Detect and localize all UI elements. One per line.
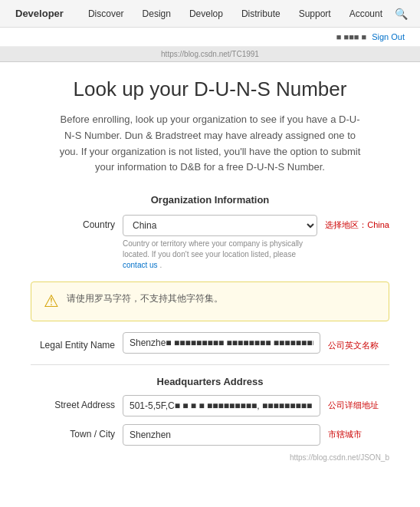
legal-entity-input[interactable] — [123, 332, 320, 354]
city-label: Town / City — [31, 424, 115, 440]
hq-section-title: Headquarters Address — [31, 364, 389, 387]
brand-name: Developer — [15, 8, 64, 19]
org-info-section-title: Organization Information — [31, 194, 389, 206]
city-input[interactable] — [123, 424, 320, 446]
legal-entity-row: Legal Entity Name 公司英文名称 — [31, 332, 389, 354]
top-navigation: Developer Discover Design Develop Distri… — [0, 0, 420, 28]
street-input[interactable] — [123, 395, 320, 416]
nav-support[interactable]: Support — [290, 0, 340, 28]
country-hint-end: . — [159, 261, 162, 269]
country-hint-text: Country or territory where your company … — [123, 239, 303, 258]
nav-distribute[interactable]: Distribute — [232, 0, 290, 28]
bottom-url: https://blog.csdn.net/JSON_b — [31, 453, 389, 462]
url-bar: https://blog.csdn.net/TC1991 — [0, 47, 420, 62]
main-content: Look up your D-U-N-S Number Before enrol… — [0, 62, 420, 485]
street-label: Street Address — [31, 395, 115, 410]
street-input-wrap — [123, 395, 320, 416]
url-text: https://blog.csdn.net/TC1991 — [161, 50, 259, 58]
legal-entity-label: Legal Entity Name — [31, 335, 115, 351]
form-section: Organization Information Country China C… — [31, 194, 389, 446]
country-field-row: Country China Country or territory where… — [31, 215, 389, 271]
legal-entity-input-wrap — [123, 332, 320, 354]
nav-links: Discover Design Develop Distribute Suppo… — [79, 0, 395, 28]
nav-design[interactable]: Design — [133, 0, 180, 28]
page-title: Look up your D-U-N-S Number — [31, 77, 389, 101]
brand-logo[interactable]: Developer — [12, 8, 64, 19]
contact-us-link[interactable]: contact us — [123, 261, 158, 269]
nav-account[interactable]: Account — [340, 0, 392, 28]
warning-icon: ⚠ — [44, 291, 59, 311]
nav-discover[interactable]: Discover — [79, 0, 133, 28]
city-side-link[interactable]: 市辖城市 — [328, 424, 389, 440]
country-input-wrap: China Country or territory where your co… — [123, 215, 317, 271]
country-hint: Country or territory where your company … — [123, 239, 317, 271]
street-address-row: Street Address 公司详细地址 — [31, 395, 389, 416]
sign-out-link[interactable]: Sign Out — [372, 32, 405, 41]
user-name: ■ ■■■ ■ — [336, 32, 366, 41]
street-side-link[interactable]: 公司详细地址 — [328, 395, 389, 411]
search-icon[interactable]: 🔍 — [395, 8, 408, 20]
warning-text: 请使用罗马字符，不支持其他字符集。 — [67, 291, 223, 305]
nav-develop[interactable]: Develop — [180, 0, 232, 28]
country-select[interactable]: China — [123, 215, 317, 236]
country-side-link[interactable]: 选择地区：China — [325, 215, 389, 231]
legal-entity-side-link[interactable]: 公司英文名称 — [328, 335, 389, 351]
country-label: Country — [31, 215, 115, 230]
city-row: Town / City 市辖城市 — [31, 424, 389, 446]
user-bar: ■ ■■■ ■ Sign Out — [0, 28, 420, 47]
warning-box: ⚠ 请使用罗马字符，不支持其他字符集。 — [31, 281, 389, 321]
page-description: Before enrolling, look up your organizat… — [57, 112, 363, 176]
city-input-wrap — [123, 424, 320, 446]
